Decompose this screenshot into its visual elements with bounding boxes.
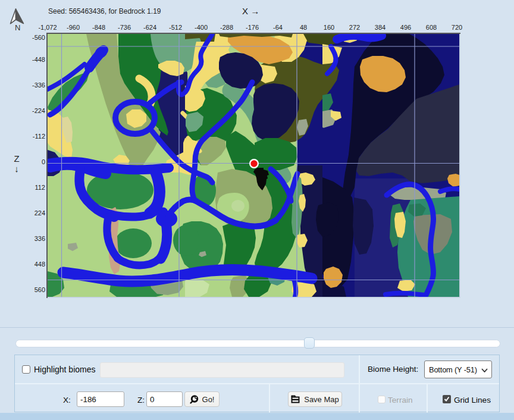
svg-text:N: N	[15, 23, 20, 32]
